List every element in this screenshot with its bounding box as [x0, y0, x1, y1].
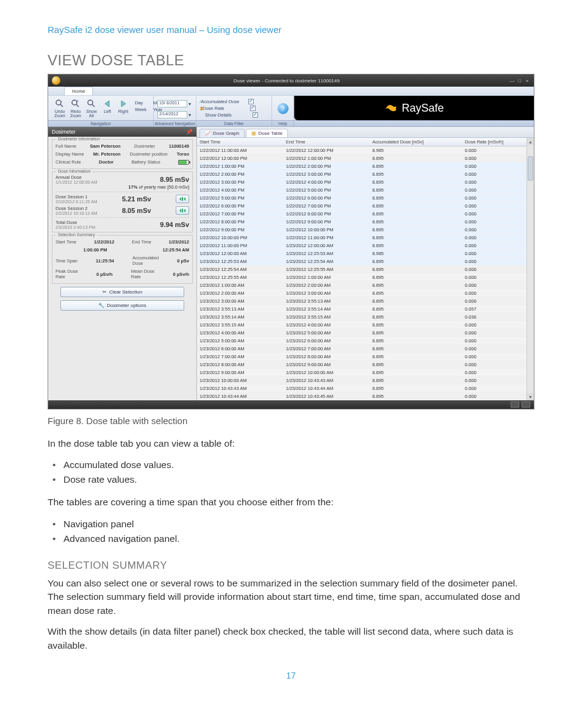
table-row[interactable]: 1/23/2012 7:00:00 AM1/23/2012 8:00:00 AM… [197, 353, 534, 361]
maximize-button[interactable]: □ [517, 78, 523, 84]
column-header[interactable]: Dose Rate [mSv/h] [462, 138, 534, 146]
table-row[interactable]: 1/23/2012 2:00:00 AM1/23/2012 3:00:00 AM… [197, 289, 534, 297]
svg-line-7 [92, 104, 95, 107]
dosimeter-options-button[interactable]: 🔧Dosimeter options [60, 300, 184, 311]
scroll-down-button[interactable]: ▼ [527, 393, 534, 400]
table-row[interactable]: 1/23/2012 12:00:00 AM1/23/2012 12:25:53 … [197, 250, 534, 258]
ribbon-tab-home[interactable]: Home [64, 87, 93, 95]
body-text: With the show details (in data filter pa… [48, 625, 534, 652]
table-row[interactable]: 1/23/2012 3:55:14 AM1/23/2012 3:55:15 AM… [197, 313, 534, 321]
table-row[interactable]: 1/22/2012 8:00:00 PM1/22/2012 9:00:00 PM… [197, 218, 534, 226]
figure-caption: Figure 8. Dose table with selection [48, 416, 534, 426]
svg-text:-: - [61, 99, 63, 103]
column-header[interactable]: End Time [284, 138, 370, 146]
reset-session1-button[interactable] [176, 195, 189, 203]
table-row[interactable]: 1/23/2012 5:00:00 AM1/23/2012 6:00:00 AM… [197, 337, 534, 345]
list-item: Advanced navigation panel. [63, 532, 534, 546]
table-row[interactable]: 1/23/2012 10:43:44 AM1/23/2012 10:43:45 … [197, 392, 534, 400]
reset-session2-button[interactable] [176, 206, 189, 215]
brand-logo: RaySafe [294, 96, 534, 120]
panel-title: Dosimeter [52, 129, 76, 135]
nav-left-button[interactable]: Left [99, 98, 115, 114]
bullet-list: Accumulated dose values.Dose rate values… [48, 458, 534, 487]
table-row[interactable]: 1/22/2012 11:00:00 AM1/22/2012 12:00:00 … [197, 146, 534, 154]
accum-dose-checkbox[interactable] [248, 99, 254, 104]
battery-icon [178, 160, 189, 165]
date-to-input[interactable]: 2/14/2012 [157, 111, 187, 118]
table-row[interactable]: 1/23/2012 3:00:00 AM1/23/2012 3:55:13 AM… [197, 297, 534, 305]
list-item: Navigation panel [63, 517, 534, 532]
table-row[interactable]: 1/22/2012 3:00:00 PM1/22/2012 4:00:00 PM… [197, 178, 534, 186]
selection-summary-group: Selection Summary Start Time1/22/2012End… [52, 235, 193, 284]
dose-info-group: Dose Information Annual Dose1/1/2012 12:… [52, 171, 193, 232]
table-icon: ▦ [251, 131, 256, 136]
scroll-up-button[interactable]: ▲ [527, 138, 534, 145]
table-row[interactable]: 1/23/2012 3:55:13 AM1/23/2012 3:55:14 AM… [197, 305, 534, 313]
window-title: Dose viewer - Connected to dosimeter 110… [64, 78, 509, 84]
nav-week-button[interactable]: Week [135, 107, 153, 112]
show-all-button[interactable]: Show All [84, 98, 99, 118]
page-title: VIEW DOSE TABLE [48, 52, 534, 69]
group-caption-help: Help [272, 121, 294, 126]
group-caption-navigation: Navigation [48, 121, 154, 126]
undo-zoom-button[interactable]: -Undo Zoom [52, 98, 68, 118]
help-button[interactable]: ? [278, 103, 289, 114]
date-from-input[interactable]: 10/ 8/2011 [157, 100, 187, 107]
table-row[interactable]: 1/22/2012 5:00:00 PM1/22/2012 6:00:00 PM… [197, 194, 534, 202]
table-row[interactable]: 1/23/2012 4:00:00 AM1/23/2012 5:00:00 AM… [197, 329, 534, 337]
nav-day-button[interactable]: Day [135, 100, 153, 106]
statusbar [48, 400, 534, 409]
section-heading: SELECTION SUMMARY [48, 560, 534, 572]
list-item: Dose rate values. [63, 472, 534, 487]
body-text: The tables are covering a time span that… [48, 496, 534, 509]
resize-grip-icon[interactable] [522, 402, 530, 408]
table-row[interactable]: 1/23/2012 12:25:54 AM1/23/2012 12:25:55 … [197, 265, 534, 273]
table-row[interactable]: 1/22/2012 4:00:00 PM1/22/2012 5:00:00 PM… [197, 186, 534, 194]
app-orb-icon[interactable] [52, 76, 60, 85]
table-row[interactable]: 1/23/2012 8:00:00 AM1/23/2012 9:00:00 AM… [197, 361, 534, 369]
tab-dose-table[interactable]: ▦Dose Table [246, 129, 288, 137]
table-row[interactable]: 1/22/2012 11:00:00 PM1/23/2012 12:00:00 … [197, 242, 534, 250]
table-row[interactable]: 1/23/2012 3:55:15 AM1/23/2012 4:00:00 AM… [197, 321, 534, 329]
table-row[interactable]: 1/22/2012 6:00:00 PM1/22/2012 7:00:00 PM… [197, 202, 534, 210]
close-button[interactable]: × [524, 78, 530, 84]
graph-icon: 📈 [205, 131, 211, 136]
group-caption-data-filter: Data Filter [196, 121, 272, 126]
table-row[interactable]: 1/23/2012 6:00:00 AM1/23/2012 7:00:00 AM… [197, 345, 534, 353]
table-row[interactable]: 1/23/2012 12:25:55 AM1/23/2012 1:00:00 A… [197, 273, 534, 281]
scissors-icon: ✂ [102, 289, 107, 295]
dosimeter-panel: Dosimeter📌 Dosimeter Information Full Na… [48, 127, 197, 400]
show-details-checkbox[interactable] [253, 112, 258, 118]
titlebar: Dose viewer - Connected to dosimeter 110… [48, 74, 534, 87]
redo-zoom-button[interactable]: +Redo Zoom [68, 98, 84, 118]
table-row[interactable]: 1/22/2012 12:00:00 PM1/22/2012 1:00:00 P… [197, 154, 534, 162]
body-text: You can also select one or several rows … [48, 577, 534, 618]
table-row[interactable]: 1/22/2012 9:00:00 PM1/22/2012 10:00:00 P… [197, 226, 534, 234]
tab-dose-graph[interactable]: 📈Dose Graph [199, 129, 245, 137]
dose-rate-checkbox[interactable] [250, 106, 256, 111]
minimize-button[interactable]: — [509, 78, 516, 84]
table-row[interactable]: 1/23/2012 12:25:53 AM1/23/2012 12:25:54 … [197, 258, 534, 265]
clear-selection-button[interactable]: ✂Clear Selection [60, 287, 184, 297]
ribbon-tabs: Home [48, 87, 534, 95]
dose-table[interactable]: Start TimeEnd TimeAccumulated Dose [mSv]… [197, 138, 534, 400]
vertical-scrollbar[interactable]: ▲ ▼ [526, 138, 534, 400]
table-row[interactable]: 1/22/2012 1:00:00 PM1/22/2012 2:00:00 PM… [197, 162, 534, 170]
table-row[interactable]: 1/23/2012 1:00:00 AM1/23/2012 2:00:00 AM… [197, 281, 534, 289]
scroll-thumb[interactable] [528, 156, 533, 181]
column-header[interactable]: Accumulated Dose [mSv] [370, 138, 462, 146]
column-header[interactable]: Start Time [197, 138, 284, 146]
svg-line-4 [76, 104, 79, 107]
panel-pin-icon[interactable]: 📌 [186, 129, 193, 135]
table-row[interactable]: 1/23/2012 10:00:00 AM1/23/2012 10:43:43 … [197, 377, 534, 384]
ribbon: -Undo Zoom +Redo Zoom Show All Left Righ… [48, 95, 534, 121]
table-row[interactable]: 1/23/2012 10:43:43 AM1/23/2012 10:43:44 … [197, 384, 534, 392]
svg-point-6 [88, 100, 93, 105]
table-row[interactable]: 1/22/2012 2:00:00 PM1/22/2012 3:00:00 PM… [197, 170, 534, 178]
svg-text:+: + [76, 99, 79, 103]
table-row[interactable]: 1/22/2012 10:00:00 PM1/22/2012 11:00:00 … [197, 234, 534, 242]
doc-breadcrumb: RaySafe i2 dose viewer user manual – Usi… [48, 24, 534, 35]
table-row[interactable]: 1/22/2012 7:00:00 PM1/22/2012 8:00:00 PM… [197, 210, 534, 218]
nav-right-button[interactable]: Right [115, 98, 131, 114]
table-row[interactable]: 1/23/2012 9:00:00 AM1/23/2012 10:00:00 A… [197, 369, 534, 377]
